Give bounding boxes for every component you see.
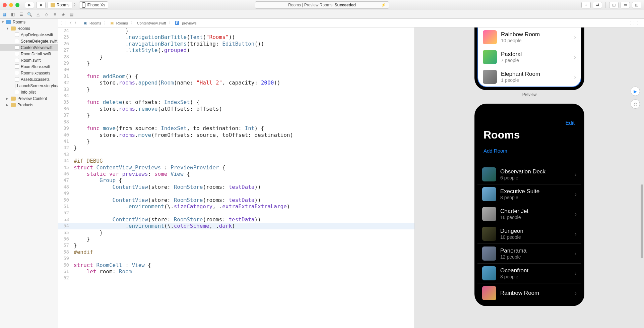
minimize-window[interactable]	[9, 3, 13, 7]
code-line[interactable]: 46 static var previews: some View {	[58, 171, 414, 177]
code-line[interactable]: 60struct RoomCell : View {	[58, 262, 414, 268]
file-AppDelegate-swift[interactable]: AppDelegate.swift	[0, 32, 58, 38]
code-line[interactable]: 31 func addRoom() {	[58, 73, 414, 79]
test-navigator-icon[interactable]: ◇	[44, 12, 49, 17]
room-cell[interactable]: Observation Deck6 people›	[477, 165, 581, 184]
symbol-navigator-icon[interactable]: ☰	[19, 12, 24, 17]
code-line[interactable]: 27 .listStyle(.grouped)	[58, 47, 414, 53]
file-LaunchScreen-storyboard[interactable]: LaunchScreen.storyboard	[0, 83, 58, 89]
file-SceneDelegate-swift[interactable]: SceneDelegate.swift	[0, 38, 58, 44]
code-review-button[interactable]: ⇄	[593, 2, 602, 8]
source-editor[interactable]: 24 }25 .navigationBarTitle(Text("Rooms")…	[58, 28, 414, 328]
code-line[interactable]: 37 }	[58, 112, 414, 118]
minimap-icon[interactable]	[630, 21, 634, 25]
file-RoomDetail-swift[interactable]: RoomDetail.swift	[0, 51, 58, 57]
room-cell[interactable]: Pastoral7 people›	[478, 47, 581, 67]
library-button[interactable]: +	[581, 2, 591, 8]
room-cell[interactable]: Rainbow Room10 people›	[478, 28, 581, 47]
jump-seg-3[interactable]: previews	[182, 21, 196, 25]
debug-navigator-icon[interactable]: ≡	[52, 12, 57, 17]
code-line[interactable]: 44#if DEBUG	[58, 158, 414, 164]
code-line[interactable]: 49	[58, 190, 414, 197]
find-navigator-icon[interactable]: 🔍	[27, 12, 32, 17]
inspect-preview-button[interactable]: ◎	[631, 99, 640, 109]
code-line[interactable]: 54 .environment(\.colorScheme, .dark)	[58, 223, 414, 229]
code-line[interactable]: 41 }	[58, 138, 414, 145]
code-line[interactable]: 34	[58, 93, 414, 99]
edit-button[interactable]: Edit	[565, 120, 575, 126]
room-cell[interactable]: Rainbow Room›	[477, 283, 581, 303]
code-line[interactable]: 47 Group {	[58, 177, 414, 183]
toggle-right-panel[interactable]: ◫	[632, 2, 641, 8]
project-navigator-icon[interactable]: ▦	[2, 12, 7, 17]
run-button[interactable]: ▶	[25, 2, 34, 8]
live-preview-button[interactable]: ▶	[631, 87, 640, 96]
code-line[interactable]: 45struct ContentView_Previews : PreviewP…	[58, 164, 414, 171]
breakpoint-navigator-icon[interactable]: ◈	[61, 12, 66, 17]
scheme-selector[interactable]: Rooms 〉 iPhone Xs	[48, 1, 108, 9]
nav-back-icon[interactable]: 〈	[68, 20, 72, 25]
code-line[interactable]: 35 func delete(at offsets: IndexSet) {	[58, 99, 414, 105]
file-Info-plist[interactable]: Info.plist	[0, 89, 58, 95]
code-line[interactable]: 48 ContentView(store: RoomStore(rooms: t…	[58, 184, 414, 190]
code-line[interactable]: 58#endif	[58, 249, 414, 255]
code-line[interactable]: 40 store.rooms.move(fromOffsets: source,…	[58, 132, 414, 138]
code-line[interactable]: 36 store.rooms.remove(atOffsets: offsets…	[58, 106, 414, 112]
room-cell[interactable]: Charter Jet16 people›	[477, 204, 581, 224]
code-line[interactable]: 57}	[58, 242, 414, 249]
report-navigator-icon[interactable]: ▤	[69, 12, 74, 17]
code-line[interactable]: 32 store.rooms.append(Room(name: "Hall 2…	[58, 79, 414, 86]
nav-forward-icon[interactable]: 〉	[74, 20, 78, 25]
code-line[interactable]: 52	[58, 210, 414, 216]
code-line[interactable]: 53 ContentView(store: RoomStore(rooms: t…	[58, 216, 414, 223]
code-line[interactable]: 25 .navigationBarTitle(Text("Rooms"))	[58, 34, 414, 40]
room-cell[interactable]: Executive Suite8 people›	[477, 184, 581, 204]
code-line[interactable]: 55 }	[58, 229, 414, 236]
related-items-icon[interactable]	[61, 21, 65, 25]
group-preview-content[interactable]: ▶ Preview Content	[0, 95, 58, 102]
code-line[interactable]: 61 let room: Room	[58, 268, 414, 275]
source-control-icon[interactable]: ◧	[10, 12, 15, 17]
file-Rooms-xcassets[interactable]: Rooms.xcassets	[0, 70, 58, 76]
group-rooms[interactable]: ▼ Rooms	[0, 25, 58, 32]
window-scrollbar[interactable]	[639, 10, 644, 325]
zoom-window[interactable]	[15, 3, 19, 7]
code-line[interactable]: 33 }	[58, 86, 414, 93]
code-line[interactable]: 24 }	[58, 28, 414, 34]
file-ContentView-swift[interactable]: ContentView.swift	[0, 44, 58, 51]
close-window[interactable]	[3, 3, 7, 7]
group-products[interactable]: ▶ Products	[0, 102, 58, 108]
toggle-bottom-panel[interactable]: ▭	[621, 2, 630, 8]
code-line[interactable]: 62	[58, 275, 414, 281]
room-cell[interactable]: Panorama12 people›	[477, 244, 581, 264]
code-line[interactable]: 29 }	[58, 60, 414, 66]
code-line[interactable]: 59	[58, 255, 414, 262]
toggle-left-panel[interactable]: ◫	[609, 2, 619, 8]
file-Assets-xcassets[interactable]: Assets.xcassets	[0, 76, 58, 83]
code-line[interactable]: 56 }	[58, 236, 414, 242]
jump-seg-0[interactable]: Rooms	[89, 21, 101, 25]
code-line[interactable]: 39 func move(from source: IndexSet, to d…	[58, 125, 414, 131]
jump-seg-1[interactable]: Rooms	[116, 21, 128, 25]
issue-navigator-icon[interactable]: △	[36, 12, 41, 17]
jump-seg-2[interactable]: ContentView.swift	[137, 21, 166, 25]
jump-bar[interactable]: 〈 〉 ▣ Rooms 〉 ▣ Rooms 〉 ContentView.swif…	[58, 19, 644, 28]
code-line[interactable]: 26 .navigationBarItems(trailing: EditBut…	[58, 41, 414, 47]
stop-button[interactable]: ■	[36, 2, 46, 8]
room-cell[interactable]: Elephant Room1 people›	[478, 67, 581, 87]
preview-canvas[interactable]: Rainbow Room10 people›Pastoral7 people›E…	[414, 28, 644, 328]
code-line[interactable]: 30	[58, 66, 414, 73]
file-RoomStore-swift[interactable]: RoomStore.swift	[0, 63, 58, 70]
code-line[interactable]: 28 }	[58, 54, 414, 60]
room-cell[interactable]: Oceanfront8 people›	[477, 264, 581, 283]
project-navigator[interactable]: ▼ Rooms ▼ Rooms AppDelegate.swiftSceneDe…	[0, 19, 58, 328]
code-line[interactable]: 42}	[58, 145, 414, 151]
file-Room-swift[interactable]: Room.swift	[0, 57, 58, 63]
add-room-button[interactable]: Add Room	[477, 145, 581, 157]
room-cell[interactable]: Dungeon10 people›	[477, 224, 581, 244]
code-line[interactable]: 50 ContentView(store: RoomStore(rooms: t…	[58, 197, 414, 203]
code-line[interactable]: 38	[58, 119, 414, 125]
code-line[interactable]: 43	[58, 151, 414, 158]
code-line[interactable]: 51 .environment(\.sizeCategory, .extraEx…	[58, 203, 414, 210]
project-root[interactable]: ▼ Rooms	[0, 19, 58, 25]
